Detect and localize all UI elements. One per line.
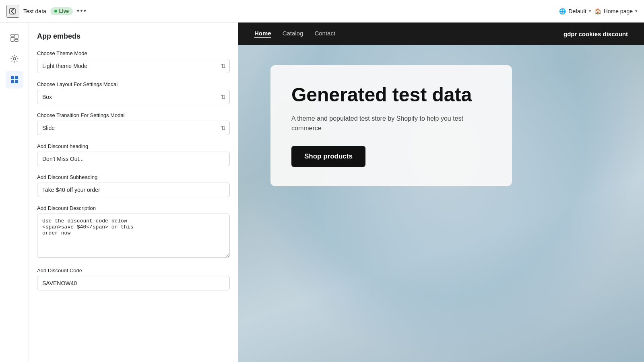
svg-rect-1 [11,34,14,36]
layout-select-wrapper: Box Drawer Modal [37,90,230,104]
more-button[interactable]: ••• [77,7,87,15]
topbar-left: Test data Live ••• [6,5,214,18]
discount-description-label: Add Discount Description [37,205,230,211]
transition-select[interactable]: Slide Fade None [37,121,230,135]
store-nav: Home Catalog Contact gdpr cookies discou… [238,23,644,45]
globe-icon: 🌐 [559,8,566,14]
discount-subheading-group: Add Discount Subheading [37,174,230,197]
svg-rect-9 [15,80,18,83]
chevron-down-icon-2: ▾ [635,8,638,14]
nav-link-home[interactable]: Home [254,30,271,38]
discount-description-group: Add Discount Description Use the discoun… [37,205,230,259]
live-badge: Live [50,7,73,15]
theme-mode-select-wrapper: Light theme Mode Dark theme Mode Auto th… [37,59,230,73]
transition-group: Choose Transition For Settings Modal Sli… [37,112,230,135]
live-dot [54,10,57,12]
home-page-button[interactable]: 🏠 Home page ▾ [594,8,638,14]
discount-heading-input[interactable] [37,152,230,166]
sidebar-item-settings[interactable] [6,50,23,68]
svg-rect-6 [11,76,14,79]
back-button[interactable] [6,5,19,18]
topbar: Test data Live ••• 🌐 Default ▾ 🏠 Home pa… [0,0,644,23]
shop-products-button[interactable]: Shop products [291,146,365,167]
store-nav-links: Home Catalog Contact [254,30,335,38]
preview-frame: Home Catalog Contact gdpr cookies discou… [238,23,644,362]
layout-label: Choose Layout For Settings Modal [37,81,230,87]
svg-rect-2 [11,37,14,41]
main-content: App embeds Choose Theme Mode Light theme… [0,23,644,362]
home-icon: 🏠 [594,8,601,14]
transition-label: Choose Transition For Settings Modal [37,112,230,118]
discount-subheading-input[interactable] [37,183,230,197]
store-nav-right: gdpr cookies discount [564,31,628,37]
chevron-down-icon: ▾ [589,8,591,14]
svg-rect-3 [15,34,18,38]
store-hero: Generated test data A theme and populate… [238,45,644,362]
theme-mode-group: Choose Theme Mode Light theme Mode Dark … [37,50,230,73]
theme-label: Default [568,8,586,14]
discount-code-input[interactable] [37,276,230,290]
discount-code-label: Add Discount Code [37,267,230,274]
layout-select[interactable]: Box Drawer Modal [37,90,230,104]
discount-heading-label: Add Discount heading [37,143,230,149]
home-label: Home page [604,8,633,14]
topbar-right: 🌐 Default ▾ 🏠 Home page ▾ [430,8,638,14]
discount-subheading-label: Add Discount Subheading [37,174,230,180]
page-title: Test data [23,8,46,14]
hero-subtitle: A theme and populated test store by Shop… [291,114,491,133]
nav-link-contact[interactable]: Contact [314,30,335,38]
svg-rect-0 [10,8,15,14]
theme-selector-button[interactable]: 🌐 Default ▾ [559,8,591,14]
settings-title: App embeds [37,32,230,41]
settings-panel: App embeds Choose Theme Mode Light theme… [29,23,238,362]
svg-point-5 [13,58,16,60]
hero-title: Generated test data [291,84,491,106]
sidebar-icons [0,23,29,362]
theme-mode-select[interactable]: Light theme Mode Dark theme Mode Auto th… [37,59,230,73]
sidebar-item-dashboard[interactable] [6,29,23,47]
preview-panel: Home Catalog Contact gdpr cookies discou… [238,23,644,362]
svg-rect-4 [15,39,18,41]
theme-mode-label: Choose Theme Mode [37,50,230,56]
sidebar-item-apps[interactable] [6,71,23,88]
discount-description-textarea[interactable]: Use the discount code below <span>save $… [37,214,230,258]
transition-select-wrapper: Slide Fade None [37,121,230,135]
live-label: Live [59,8,69,14]
hero-card: Generated test data A theme and populate… [270,65,512,186]
discount-heading-group: Add Discount heading [37,143,230,166]
svg-rect-7 [15,76,18,79]
discount-code-group: Add Discount Code [37,267,230,290]
svg-rect-8 [11,80,14,83]
nav-link-catalog[interactable]: Catalog [283,30,303,38]
layout-group: Choose Layout For Settings Modal Box Dra… [37,81,230,104]
